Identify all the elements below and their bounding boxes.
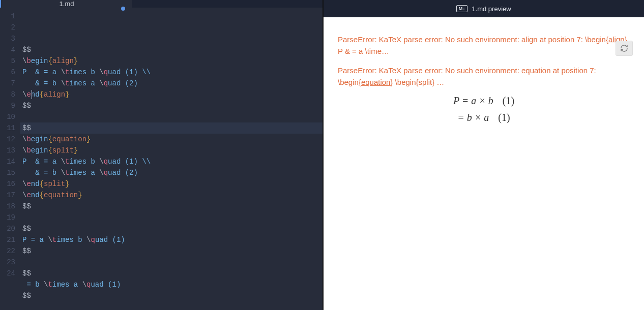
line-number: 2	[0, 22, 20, 33]
preview-content: ParseError: KaTeX parse error: No such e…	[324, 17, 644, 310]
line-number: 9	[0, 100, 20, 111]
preview-pane: M↓ 1.md preview ParseError: KaTeX parse …	[323, 0, 644, 310]
text-cursor	[32, 90, 32, 99]
refresh-icon	[620, 44, 628, 52]
line-number: 22	[0, 245, 20, 257]
line-number: 23	[0, 257, 20, 268]
line-number: 21	[0, 234, 20, 245]
code-line[interactable]: $$	[20, 44, 323, 55]
refresh-button[interactable]	[616, 41, 633, 56]
line-number: 1	[0, 11, 20, 22]
code-line[interactable]	[20, 111, 323, 122]
line-number-gutter: 123456789101112131415161718192021222324	[0, 8, 20, 310]
code-line[interactable]: \end{align}	[20, 89, 323, 100]
preview-tabbar: M↓ 1.md preview	[324, 0, 644, 17]
code-line[interactable]: $$	[20, 100, 323, 111]
preview-tab-title: 1.md preview	[472, 5, 511, 13]
line-number: 14	[0, 156, 20, 167]
math-line: = b × a(1)	[338, 112, 630, 123]
line-number: 18	[0, 201, 20, 212]
code-area[interactable]: $$\begin{align}P & = a \times b \quad (1…	[20, 8, 323, 310]
line-number: 5	[0, 55, 20, 67]
line-number: 15	[0, 167, 20, 178]
parse-error: ParseError: KaTeX parse error: No such e…	[338, 65, 630, 88]
rendered-math: P = a × b(1)= b × a(1)	[338, 95, 630, 123]
code-line[interactable]: \begin{equation}	[20, 134, 323, 145]
code-line[interactable]: P = a \times b \quad (1)	[20, 234, 323, 245]
code-line[interactable]: $$	[20, 268, 323, 279]
editor-pane: 1.md 12345678910111213141516171819202122…	[0, 0, 323, 310]
line-number: 17	[0, 190, 20, 201]
preview-tab[interactable]: M↓ 1.md preview	[407, 0, 560, 17]
code-line[interactable]: \begin{align}	[20, 55, 323, 67]
code-line[interactable]: P & = a \times b \quad (1) \\	[20, 156, 323, 167]
code-line[interactable]: = b \times a \quad (1)	[20, 279, 323, 290]
line-number: 16	[0, 178, 20, 190]
line-number: 3	[0, 33, 20, 44]
markdown-icon: M↓	[456, 5, 467, 12]
code-line[interactable]: P & = a \times b \quad (1) \\	[20, 67, 323, 78]
code-editor[interactable]: 123456789101112131415161718192021222324 …	[0, 8, 323, 310]
parse-error: ParseError: KaTeX parse error: No such e…	[338, 34, 630, 57]
code-line[interactable]: \end{split}	[20, 178, 323, 190]
code-line[interactable]	[20, 212, 323, 223]
code-line[interactable]	[20, 257, 323, 268]
line-number: 12	[0, 134, 20, 145]
code-line[interactable]: \end{equation}	[20, 190, 323, 201]
code-line[interactable]: & = b \times a \quad (2)	[20, 167, 323, 178]
line-number: 8	[0, 89, 20, 100]
code-line[interactable]: \begin{split}	[20, 145, 323, 156]
code-line[interactable]: $$	[20, 122, 323, 134]
code-line[interactable]: & = b \times a \quad (2)	[20, 78, 323, 89]
line-number: 24	[0, 268, 20, 279]
app-root: 1.md 12345678910111213141516171819202122…	[0, 0, 644, 310]
code-line[interactable]: $$	[20, 201, 323, 212]
editor-tabbar: 1.md	[0, 0, 323, 8]
line-number: 6	[0, 67, 20, 78]
error-list: ParseError: KaTeX parse error: No such e…	[338, 34, 630, 88]
math-line: P = a × b(1)	[338, 95, 630, 107]
line-number: 10	[0, 111, 20, 122]
code-line[interactable]: $$	[20, 290, 323, 301]
editor-tab[interactable]: 1.md	[0, 0, 132, 8]
code-line[interactable]	[20, 301, 323, 310]
line-number: 13	[0, 145, 20, 156]
code-line[interactable]: $$	[20, 223, 323, 234]
line-number: 4	[0, 44, 20, 55]
line-number: 7	[0, 78, 20, 89]
line-number: 11	[0, 122, 20, 134]
line-number: 20	[0, 223, 20, 234]
code-line[interactable]: $$	[20, 245, 323, 257]
line-number: 19	[0, 212, 20, 223]
editor-tab-title: 1.md	[60, 0, 74, 8]
